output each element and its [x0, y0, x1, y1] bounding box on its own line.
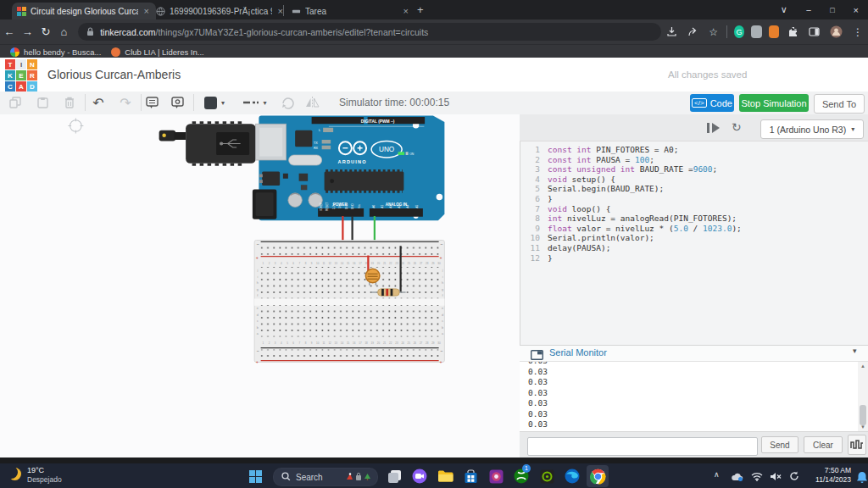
edge-browser-icon[interactable]: [563, 467, 581, 485]
weather-condition[interactable]: Despejado: [27, 475, 62, 484]
minimize-icon[interactable]: −: [797, 5, 821, 15]
design-title[interactable]: Glorious Curcan-Amberis: [47, 68, 181, 81]
wifi-tray-icon[interactable]: [749, 467, 765, 485]
volume-muted-tray-icon[interactable]: [768, 467, 783, 485]
code-editor[interactable]: 1const int PIN_FOTORES = A0;2const int P…: [523, 145, 862, 263]
task-view-button[interactable]: [385, 467, 403, 485]
tinkercad-logo[interactable]: TINKERCAD: [5, 59, 37, 92]
minus-label: −: [256, 348, 259, 353]
code-line[interactable]: 4void setup() {: [523, 175, 862, 185]
code-line[interactable]: 11delay(PAUSA);: [523, 243, 862, 253]
weather-temperature[interactable]: 19°C: [27, 466, 44, 474]
extensions-puzzle-icon[interactable]: [787, 26, 798, 37]
restart-simulation-button[interactable]: ↻: [732, 120, 742, 134]
home-icon[interactable]: ⌂: [55, 25, 74, 38]
start-button[interactable]: [249, 470, 262, 483]
breadboard[interactable]: 1122334455667788991010111112121313141415…: [254, 241, 444, 365]
serial-input[interactable]: [527, 437, 758, 456]
bookmark-club-lia[interactable]: Club LIA | Lideres In...: [111, 47, 203, 57]
bookmarks-bar: hello bendy - Busca... Club LIA | Lidere…: [0, 44, 868, 58]
maximize-icon[interactable]: □: [821, 6, 843, 14]
arduino-uno-board[interactable]: DIGITAL (PWM ~) L TX RX ARDUINO UNO: [253, 116, 445, 221]
tab-circuit-design[interactable]: Circuit design Glorious Curcan- ×: [12, 3, 156, 19]
redo-button[interactable]: ↷: [115, 95, 136, 110]
bookmark-hello-bendy[interactable]: hello bendy - Busca...: [10, 47, 101, 57]
code-line[interactable]: 1const int PIN_FOTORES = A0;: [523, 145, 862, 155]
microsoft-store-icon[interactable]: [461, 467, 480, 485]
bookmark-star-icon[interactable]: ☆: [709, 26, 718, 38]
scroll-up-icon[interactable]: ▲: [858, 362, 868, 370]
reload-icon[interactable]: ↻: [36, 25, 55, 38]
board-selector-dropdown[interactable]: 1 (Arduino Uno R3) ▾: [760, 119, 864, 139]
tab-divider: [283, 5, 284, 16]
back-icon[interactable]: ←: [0, 25, 19, 38]
code-line[interactable]: 7void loop() {: [523, 204, 862, 214]
rotate-button[interactable]: [278, 95, 297, 110]
grammarly-extension-icon[interactable]: G: [734, 25, 744, 38]
close-window-icon[interactable]: ×: [844, 5, 868, 15]
weather-moon-icon[interactable]: [8, 468, 21, 480]
code-button[interactable]: </>Code: [690, 94, 734, 112]
serial-send-button[interactable]: Send: [761, 436, 798, 453]
code-line[interactable]: 8int nivelLuz = analogRead(PIN_FOTORES);: [523, 214, 862, 224]
serial-monitor-output[interactable]: 0.030.030.030.030.030.030.03: [520, 362, 858, 431]
paste-button[interactable]: [34, 95, 51, 110]
new-tab-button[interactable]: +: [417, 3, 424, 16]
forward-icon[interactable]: →: [19, 25, 37, 38]
usb-cable[interactable]: [159, 121, 256, 166]
tab-title: Circuit design Glorious Curcan-: [31, 7, 138, 16]
zoom-to-fit-button[interactable]: [68, 119, 83, 134]
nvidia-app-icon[interactable]: [537, 467, 556, 485]
tab-search-icon[interactable]: ∨: [771, 4, 797, 15]
generated-label: 15: [347, 262, 350, 265]
color-swatch-dropdown[interactable]: ▾: [200, 95, 229, 110]
delete-button[interactable]: [61, 95, 78, 110]
copy-button[interactable]: [7, 95, 24, 110]
tinkercad-favicon: [17, 7, 26, 16]
tab-practica[interactable]: 1699900196369-PrÃ¡ctica 9. Foto ×: [151, 3, 290, 19]
serial-clear-button[interactable]: Clear: [804, 436, 843, 453]
update-restart-tray-icon[interactable]: [787, 467, 802, 485]
code-line[interactable]: 9float valor = nivelLuz * (5.0 / 1023.0)…: [523, 224, 862, 234]
circuit-canvas[interactable]: DIGITAL (PWM ~) L TX RX ARDUINO UNO: [0, 114, 520, 458]
mirror-flip-button[interactable]: [302, 95, 322, 110]
chrome-browser-icon[interactable]: [588, 467, 607, 485]
annotation-label-button[interactable]: [168, 95, 186, 110]
undo-button[interactable]: ↶: [88, 95, 108, 110]
plus-label: +: [256, 359, 259, 364]
tray-chevron-up-icon[interactable]: ∧: [714, 470, 720, 479]
notifications-bell-icon[interactable]: [853, 468, 868, 486]
profile-avatar[interactable]: [830, 25, 843, 38]
code-line[interactable]: 2const int PAUSA = 100;: [523, 155, 862, 165]
chat-app-icon[interactable]: [410, 467, 429, 485]
share-icon[interactable]: [687, 26, 698, 37]
tab-tarea[interactable]: Tarea ×: [287, 3, 415, 19]
scrollbar-thumb[interactable]: [860, 405, 866, 425]
serial-graph-button[interactable]: [848, 435, 866, 455]
collapse-serial-icon[interactable]: ▾: [853, 347, 857, 355]
notes-button[interactable]: [142, 95, 161, 110]
onedrive-tray-icon[interactable]: [729, 467, 744, 485]
code-line[interactable]: 12}: [523, 253, 862, 263]
extension-icon[interactable]: [751, 25, 761, 38]
browser-menu-kebab-icon[interactable]: ⋮: [853, 26, 863, 38]
logo-tile: I: [16, 59, 26, 69]
file-explorer-icon[interactable]: [436, 467, 454, 485]
taskbar-clock[interactable]: 7:50 AM 11/14/2023: [807, 466, 851, 484]
stop-simulation-button[interactable]: Stop Simulation: [739, 94, 809, 112]
code-line[interactable]: 10Serial.println(valor);: [523, 233, 862, 243]
close-tab-icon[interactable]: ×: [402, 6, 410, 16]
download-icon[interactable]: [666, 26, 677, 37]
photos-app-icon[interactable]: [487, 467, 505, 485]
debug-button[interactable]: [706, 122, 720, 137]
code-line[interactable]: 5Serial.begin(BAUD_RATE);: [523, 184, 862, 194]
send-to-button[interactable]: Send To: [814, 94, 865, 114]
address-bar[interactable]: tinkercad.com/things/gx7UMaY3Ze1-gloriou…: [78, 23, 661, 41]
taskbar-search[interactable]: Search: [273, 468, 378, 486]
wire-style-dropdown[interactable]: ▾: [239, 95, 271, 110]
code-line[interactable]: 6}: [523, 194, 862, 204]
code-line[interactable]: 3const unsigned int BAUD_RATE =9600;: [523, 164, 862, 175]
side-panel-icon[interactable]: [809, 26, 820, 37]
close-tab-icon[interactable]: ×: [142, 6, 151, 16]
extension-icon[interactable]: [769, 25, 779, 38]
